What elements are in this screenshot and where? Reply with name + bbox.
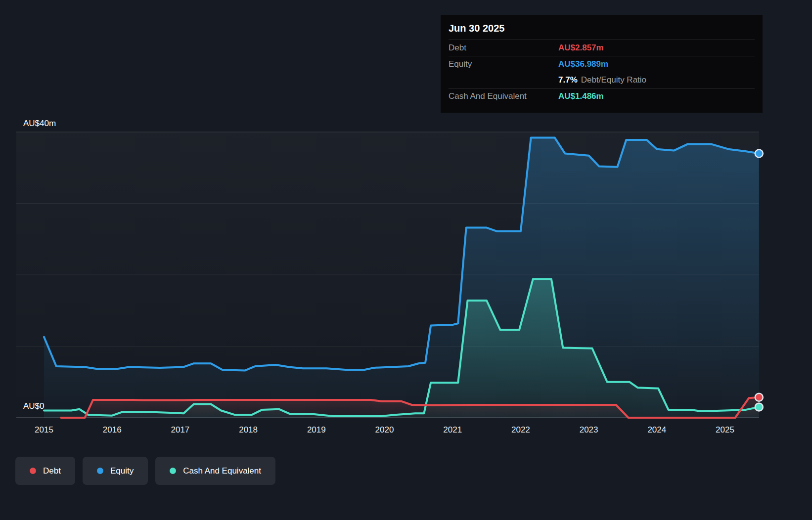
tooltip: Jun 30 2025 Debt AU$2.857m Equity AU$36.… [441,15,763,113]
tooltip-row-cash: Cash And Equivalent AU$1.486m [449,88,755,104]
debt-dot-icon [30,468,36,474]
tooltip-cash-value: AU$1.486m [558,91,604,101]
legend-equity-label: Equity [110,466,134,476]
tooltip-row-equity: Equity AU$36.989m [449,56,755,72]
tooltip-date: Jun 30 2025 [449,15,755,40]
tooltip-ratio-value: 7.7% [558,75,578,85]
legend-item-equity[interactable]: Equity [83,457,148,485]
equity-end-marker[interactable] [755,150,763,158]
tooltip-cash-label: Cash And Equivalent [449,91,558,101]
legend-item-cash[interactable]: Cash And Equivalent [155,457,275,485]
tooltip-debt-label: Debt [449,43,558,53]
cash-dot-icon [170,468,176,474]
cash-and-equivalent-end-marker[interactable] [755,403,763,411]
tooltip-row-ratio: 7.7% Debt/Equity Ratio [449,72,755,88]
y-axis-zero-label: AU$0 [23,401,45,411]
tooltip-row-debt: Debt AU$2.857m [449,40,755,56]
legend-debt-label: Debt [43,466,61,476]
debt-end-marker[interactable] [755,393,763,401]
legend: Debt Equity Cash And Equivalent [15,457,275,485]
legend-cash-label: Cash And Equivalent [183,466,261,476]
tooltip-equity-value: AU$36.989m [558,59,608,69]
debt-equity-history-chart: AU$40m AU$0 2015201620172018201920202021… [0,0,812,520]
equity-dot-icon [97,468,103,474]
y-axis-max-label: AU$40m [23,119,56,129]
legend-item-debt[interactable]: Debt [15,457,75,485]
tooltip-debt-value: AU$2.857m [558,43,604,53]
tooltip-equity-label: Equity [449,59,558,69]
tooltip-ratio-label: Debt/Equity Ratio [581,75,646,85]
